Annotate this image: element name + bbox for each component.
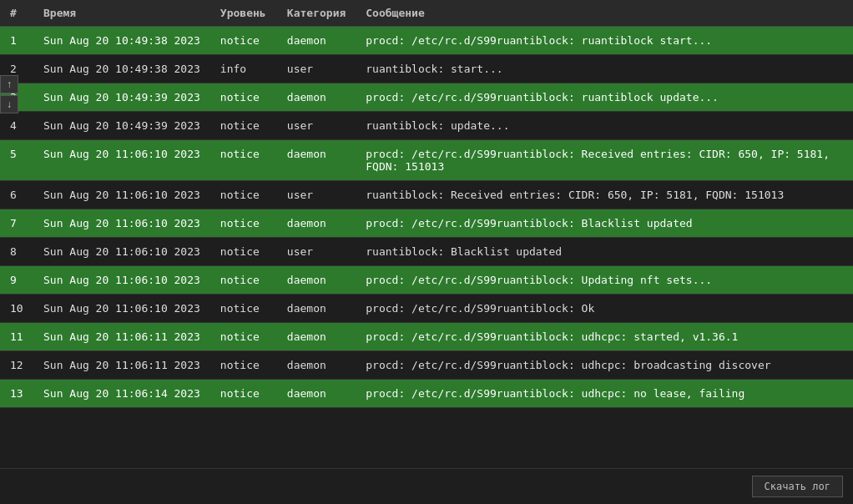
cell-time: Sun Aug 20 11:06:11 2023	[33, 351, 210, 380]
table-wrapper: ↑ ↓ # Время Уровень Категория Сообщение …	[0, 0, 853, 468]
cell-time: Sun Aug 20 11:06:10 2023	[33, 266, 210, 295]
table-row: 4Sun Aug 20 10:49:39 2023noticeuserruant…	[0, 112, 853, 140]
cell-message: procd: /etc/rc.d/S99ruantiblock: udhcpc:…	[356, 323, 853, 351]
cell-level: notice	[210, 238, 277, 266]
cell-message: procd: /etc/rc.d/S99ruantiblock: ruantib…	[356, 27, 853, 55]
scroll-buttons: ↑ ↓	[0, 75, 18, 113]
cell-level: notice	[210, 266, 277, 295]
download-log-button[interactable]: Скачать лог	[752, 476, 843, 497]
cell-time: Sun Aug 20 11:06:10 2023	[33, 140, 210, 181]
cell-category: user	[277, 55, 356, 83]
cell-num: 13	[0, 380, 33, 408]
scroll-down-button[interactable]: ↓	[0, 95, 18, 113]
col-header-message: Сообщение	[356, 0, 853, 27]
cell-category: daemon	[277, 266, 356, 295]
cell-time: Sun Aug 20 10:49:38 2023	[33, 27, 210, 55]
cell-time: Sun Aug 20 10:49:39 2023	[33, 112, 210, 140]
table-row: 2Sun Aug 20 10:49:38 2023infouserruantib…	[0, 55, 853, 83]
cell-category: user	[277, 112, 356, 140]
table-row: 11Sun Aug 20 11:06:11 2023noticedaemonpr…	[0, 323, 853, 351]
footer: Скачать лог	[0, 468, 853, 504]
cell-level: notice	[210, 351, 277, 380]
cell-category: daemon	[277, 295, 356, 323]
cell-level: notice	[210, 112, 277, 140]
col-header-level: Уровень	[210, 0, 277, 27]
cell-category: daemon	[277, 83, 356, 112]
cell-num: 11	[0, 323, 33, 351]
cell-level: notice	[210, 209, 277, 238]
col-header-category: Категория	[277, 0, 356, 27]
cell-message: procd: /etc/rc.d/S99ruantiblock: Blackli…	[356, 209, 853, 238]
cell-level: notice	[210, 181, 277, 209]
table-row: 12Sun Aug 20 11:06:11 2023noticedaemonpr…	[0, 351, 853, 380]
cell-category: daemon	[277, 351, 356, 380]
cell-category: user	[277, 181, 356, 209]
table-row: 1Sun Aug 20 10:49:38 2023noticedaemonpro…	[0, 27, 853, 55]
cell-time: Sun Aug 20 11:06:10 2023	[33, 209, 210, 238]
cell-num: 12	[0, 351, 33, 380]
table-header-row: # Время Уровень Категория Сообщение	[0, 0, 853, 27]
cell-time: Sun Aug 20 10:49:39 2023	[33, 83, 210, 112]
log-table: # Время Уровень Категория Сообщение 1Sun…	[0, 0, 853, 408]
cell-level: notice	[210, 27, 277, 55]
cell-message: ruantiblock: Blacklist updated	[356, 238, 853, 266]
cell-category: daemon	[277, 27, 356, 55]
cell-time: Sun Aug 20 11:06:10 2023	[33, 238, 210, 266]
cell-category: user	[277, 238, 356, 266]
scroll-up-button[interactable]: ↑	[0, 75, 18, 93]
cell-level: info	[210, 55, 277, 83]
cell-category: daemon	[277, 209, 356, 238]
cell-time: Sun Aug 20 11:06:11 2023	[33, 323, 210, 351]
cell-message: procd: /etc/rc.d/S99ruantiblock: udhcpc:…	[356, 380, 853, 408]
cell-level: notice	[210, 380, 277, 408]
cell-message: ruantiblock: start...	[356, 55, 853, 83]
cell-num: 8	[0, 238, 33, 266]
cell-message: procd: /etc/rc.d/S99ruantiblock: udhcpc:…	[356, 351, 853, 380]
table-row: 10Sun Aug 20 11:06:10 2023noticedaemonpr…	[0, 295, 853, 323]
cell-time: Sun Aug 20 11:06:10 2023	[33, 295, 210, 323]
cell-time: Sun Aug 20 10:49:38 2023	[33, 55, 210, 83]
cell-category: daemon	[277, 380, 356, 408]
cell-level: notice	[210, 323, 277, 351]
col-header-time: Время	[33, 0, 210, 27]
cell-message: procd: /etc/rc.d/S99ruantiblock: Ok	[356, 295, 853, 323]
cell-level: notice	[210, 140, 277, 181]
cell-time: Sun Aug 20 11:06:10 2023	[33, 181, 210, 209]
col-header-num: #	[0, 0, 33, 27]
cell-num: 9	[0, 266, 33, 295]
cell-category: daemon	[277, 140, 356, 181]
cell-num: 4	[0, 112, 33, 140]
cell-message: ruantiblock: Received entries: CIDR: 650…	[356, 181, 853, 209]
cell-message: procd: /etc/rc.d/S99ruantiblock: ruantib…	[356, 83, 853, 112]
cell-message: procd: /etc/rc.d/S99ruantiblock: Receive…	[356, 140, 853, 181]
cell-message: procd: /etc/rc.d/S99ruantiblock: Updatin…	[356, 266, 853, 295]
table-row: 8Sun Aug 20 11:06:10 2023noticeuserruant…	[0, 238, 853, 266]
table-row: 13Sun Aug 20 11:06:14 2023noticedaemonpr…	[0, 380, 853, 408]
table-row: 9Sun Aug 20 11:06:10 2023noticedaemonpro…	[0, 266, 853, 295]
cell-message: ruantiblock: update...	[356, 112, 853, 140]
cell-num: 5	[0, 140, 33, 181]
cell-num: 10	[0, 295, 33, 323]
table-row: 7Sun Aug 20 11:06:10 2023noticedaemonpro…	[0, 209, 853, 238]
table-row: 3Sun Aug 20 10:49:39 2023noticedaemonpro…	[0, 83, 853, 112]
cell-num: 1	[0, 27, 33, 55]
cell-level: notice	[210, 83, 277, 112]
cell-num: 7	[0, 209, 33, 238]
cell-category: daemon	[277, 323, 356, 351]
main-container: ↑ ↓ # Время Уровень Категория Сообщение …	[0, 0, 853, 504]
cell-num: 6	[0, 181, 33, 209]
table-row: 6Sun Aug 20 11:06:10 2023noticeuserruant…	[0, 181, 853, 209]
cell-level: notice	[210, 295, 277, 323]
cell-time: Sun Aug 20 11:06:14 2023	[33, 380, 210, 408]
table-body: 1Sun Aug 20 10:49:38 2023noticedaemonpro…	[0, 27, 853, 408]
table-row: 5Sun Aug 20 11:06:10 2023noticedaemonpro…	[0, 140, 853, 181]
